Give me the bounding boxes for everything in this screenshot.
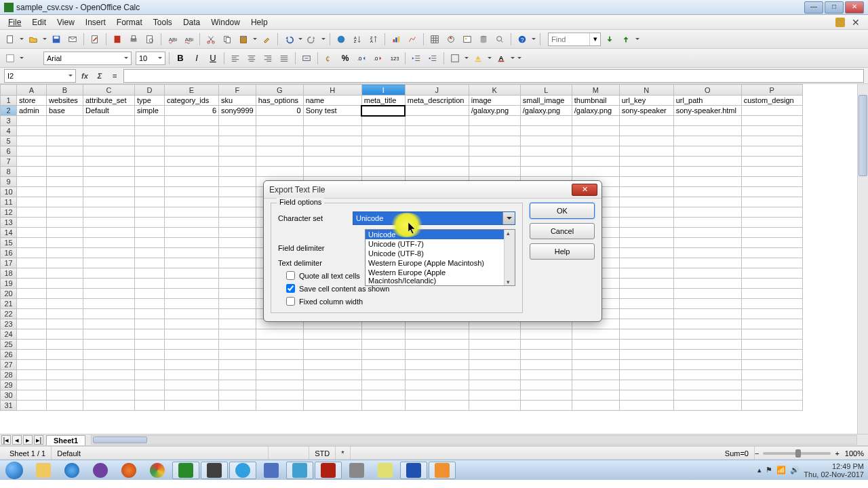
email-icon[interactable] [65,32,80,47]
redo-icon[interactable] [304,32,319,47]
taskbar-app3[interactable] [286,462,313,479]
menu-help[interactable]: Help [245,16,273,28]
taskbar-app5[interactable] [429,462,456,479]
menu-window[interactable]: Window [205,16,245,28]
font-size-combo[interactable]: 10 [136,52,165,65]
tab-first-icon[interactable]: |◂ [1,435,11,445]
increase-indent-icon[interactable] [425,51,440,66]
bold-icon[interactable]: B [173,51,188,66]
maximize-button[interactable]: □ [825,1,844,14]
grid-icon[interactable] [427,32,442,47]
charset-combo[interactable]: Unicode [353,211,515,225]
sort-asc-icon[interactable]: AZ [350,32,365,47]
status-mode[interactable]: STD [309,447,336,460]
underline-icon[interactable]: U [205,51,220,66]
find-prev-icon[interactable] [618,32,633,47]
doc-close-icon[interactable]: ✕ [849,17,863,28]
remove-decimal-icon[interactable]: .0 [370,51,385,66]
taskbar-ie[interactable] [58,462,85,479]
decrease-indent-icon[interactable] [409,51,424,66]
sort-desc-icon[interactable]: ZA [366,32,381,47]
cancel-button[interactable]: Cancel [530,223,595,239]
copy-icon[interactable] [220,32,235,47]
spellcheck-icon[interactable]: ABC [165,32,180,47]
taskbar-filezilla[interactable] [315,462,342,479]
status-sum[interactable]: Sum=0 [719,447,755,460]
taskbar-explorer[interactable] [30,462,57,479]
datasource-icon[interactable] [476,32,491,47]
borders-icon[interactable] [448,51,462,66]
zoom-value[interactable]: 100% [845,449,864,458]
find-dropdown[interactable]: ▾ [589,33,600,45]
dialog-titlebar[interactable]: Export Text File ✕ [264,181,601,199]
formula-input[interactable] [123,69,864,83]
redo-dropdown[interactable] [321,32,326,47]
find-more[interactable] [635,32,640,47]
fixed-width-input[interactable] [286,297,295,306]
tray-clock[interactable]: 12:49 PM Thu, 02-Nov-2017 [804,462,864,479]
taskbar-putty[interactable] [372,462,399,479]
fontcolor-icon[interactable]: A [494,51,509,66]
menu-view[interactable]: View [52,16,80,28]
align-center-icon[interactable] [244,51,259,66]
menu-tools[interactable]: Tools [148,16,178,28]
paste-dropdown[interactable] [252,32,258,47]
menu-format[interactable]: Format [111,16,148,28]
taskbar-chrome[interactable] [144,462,171,479]
gallery-icon[interactable] [460,32,475,47]
menu-edit[interactable]: Edit [26,16,52,28]
chart-icon[interactable] [389,32,403,47]
charset-option[interactable]: Unicode [366,230,515,239]
toolbar-more[interactable] [531,32,536,47]
hyperlink-icon[interactable] [334,32,349,47]
undo-icon[interactable] [281,32,296,47]
print-icon[interactable] [126,32,141,47]
tray-arrow-icon[interactable]: ▴ [757,466,762,474]
sum-icon[interactable]: Σ [94,70,106,82]
charset-option[interactable]: Unicode (UTF-8) [366,249,515,258]
horizontal-scrollbar[interactable] [91,435,857,445]
font-name-combo[interactable]: Arial [43,52,132,65]
open-icon[interactable] [26,32,41,47]
align-left-icon[interactable] [228,51,243,66]
navigator-icon[interactable] [443,32,458,47]
align-right-icon[interactable] [260,51,275,66]
zoom-slider[interactable] [763,452,831,455]
taskbar-app4[interactable] [343,462,370,479]
menu-data[interactable]: Data [178,16,205,28]
currency-icon[interactable]: ₵ [321,51,336,66]
tray-network-icon[interactable]: 📶 [776,466,786,474]
autospell-icon[interactable]: ABC [181,32,196,47]
new-icon[interactable] [3,32,18,47]
taskbar-skype[interactable] [229,462,256,479]
taskbar-sublime[interactable] [201,462,228,479]
save-icon[interactable] [49,32,64,47]
undo-dropdown[interactable] [298,32,303,47]
new-dropdown[interactable] [19,32,24,47]
preview-icon[interactable] [142,32,157,47]
tab-prev-icon[interactable]: ◂ [12,435,22,445]
taskbar-calc[interactable] [172,462,199,479]
format-paintbrush-icon[interactable] [259,32,274,47]
tab-last-icon[interactable]: ▸| [34,435,43,445]
ok-button[interactable]: OK [530,203,595,219]
tray-flag-icon[interactable]: ⚑ [766,466,772,474]
merge-icon[interactable] [299,51,314,66]
borders-dropdown[interactable] [464,51,469,66]
zoom-icon[interactable] [492,32,507,47]
fontcolor-dropdown[interactable] [510,51,515,66]
system-tray[interactable]: ▴ ⚑ 📶 🔊 12:49 PM Thu, 02-Nov-2017 [757,462,868,479]
tab-next-icon[interactable]: ▸ [23,435,33,445]
dialog-close-button[interactable]: ✕ [572,184,597,196]
chevron-down-icon[interactable] [502,212,515,224]
cut-icon[interactable] [203,32,218,47]
styles-dropdown[interactable] [19,51,24,66]
function-wizard-icon[interactable]: fx [79,70,91,82]
sheet-tab[interactable]: Sheet1 [46,435,85,445]
bgcolor-dropdown[interactable] [487,51,492,66]
save-shown-input[interactable] [286,284,295,293]
menu-file[interactable]: File [3,16,26,28]
menu-insert[interactable]: Insert [80,16,111,28]
open-dropdown[interactable] [42,32,47,47]
italic-icon[interactable]: I [189,51,204,66]
